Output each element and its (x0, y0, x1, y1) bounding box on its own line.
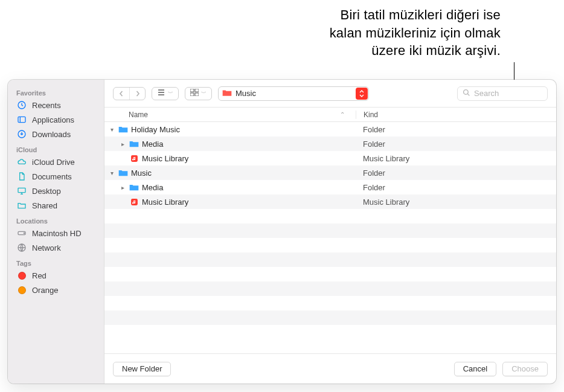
desktop-icon (16, 185, 27, 196)
column-header-label: Kind (364, 111, 378, 119)
nav-back-forward[interactable] (113, 87, 146, 100)
sort-caret-icon: ⌃ (340, 111, 345, 118)
column-header-kind[interactable]: Kind (356, 111, 556, 119)
svg-rect-1 (18, 117, 25, 122)
svg-point-12 (464, 89, 469, 94)
sidebar-item-label: Documents (32, 172, 72, 181)
folder-icon (129, 182, 139, 192)
table-row-empty (104, 252, 556, 267)
folder-icon (222, 88, 232, 99)
search-icon (463, 89, 470, 98)
table-row[interactable]: Music LibraryMusic Library (104, 151, 556, 165)
file-list: ▾Holiday MusicFolder▸MediaFolderMusic Li… (104, 122, 556, 353)
view-list-button[interactable]: ﹀ (152, 87, 179, 100)
sidebar-item-label: Macintosh HD (32, 229, 82, 238)
path-label: Music (236, 89, 256, 98)
sidebar-item-macintosh-hd[interactable]: Macintosh HD (8, 226, 104, 240)
file-kind: Music Library (356, 198, 556, 207)
annotation-line: üzere iki müzik arşivi. (330, 42, 501, 60)
svg-rect-10 (190, 93, 194, 96)
cancel-button[interactable]: Cancel (454, 362, 496, 376)
file-kind: Music Library (356, 154, 556, 163)
sidebar-item-label: Desktop (32, 187, 61, 196)
chevron-down-icon: ﹀ (168, 89, 173, 97)
file-kind: Folder (356, 140, 556, 149)
cloud-icon (16, 156, 27, 167)
column-headers: Name ⌃ Kind (104, 108, 556, 122)
file-name: Media (142, 183, 163, 192)
disclosure-triangle-icon[interactable]: ▸ (119, 184, 126, 191)
sidebar-item-label: Network (32, 243, 61, 252)
clock-icon (16, 100, 27, 111)
disk-icon (16, 228, 27, 239)
shared-folder-icon (16, 200, 27, 211)
back-button[interactable] (114, 88, 129, 100)
search-field[interactable]: Search (457, 86, 548, 101)
globe-icon (16, 242, 27, 253)
file-name: Holiday Music (131, 125, 180, 134)
file-kind: Folder (356, 125, 556, 134)
forward-button[interactable] (129, 88, 145, 100)
sidebar-item-network[interactable]: Network (8, 240, 104, 255)
svg-rect-9 (195, 89, 199, 92)
column-header-label: Name (129, 111, 148, 119)
table-row[interactable]: ▸MediaFolder (104, 137, 556, 151)
file-kind: Folder (356, 169, 556, 178)
sidebar-item-recents[interactable]: Recents (8, 98, 104, 112)
column-header-name[interactable]: Name ⌃ (104, 111, 356, 119)
sidebar-item-label: Recents (32, 101, 61, 110)
sidebar-item-desktop[interactable]: Desktop (8, 184, 104, 198)
sidebar-item-documents[interactable]: Documents (8, 169, 104, 184)
svg-point-5 (24, 233, 24, 233)
file-name: Music Library (142, 198, 188, 207)
table-row-empty (104, 238, 556, 252)
table-row-empty (104, 296, 556, 310)
disclosure-triangle-icon[interactable]: ▸ (119, 141, 126, 147)
table-row[interactable]: ▾MusicFolder (104, 165, 556, 180)
grid-icon (190, 89, 199, 98)
sidebar-item-shared[interactable]: Shared (8, 198, 104, 213)
sidebar-item-icloud-drive[interactable]: iCloud Drive (8, 155, 104, 169)
tag-red-icon (16, 270, 27, 281)
annotation-line: kalan müzikleriniz için olmak (330, 24, 501, 42)
sidebar-section-icloud: iCloud (8, 141, 104, 155)
svg-rect-14 (131, 199, 138, 205)
download-icon (16, 129, 27, 140)
sidebar-item-label: Red (32, 271, 46, 280)
sidebar-item-applications[interactable]: Applications (8, 112, 104, 127)
music-library-icon (129, 153, 139, 163)
toolbar: ﹀ ﹀ Music Search (104, 80, 556, 108)
sidebar-item-label: Applications (32, 115, 74, 124)
main-pane: ﹀ ﹀ Music Search (104, 80, 556, 384)
svg-rect-8 (190, 89, 194, 92)
table-row-empty (104, 209, 556, 223)
new-folder-button[interactable]: New Folder (113, 362, 171, 376)
svg-rect-3 (18, 188, 25, 192)
svg-rect-11 (195, 93, 199, 96)
disclosure-triangle-icon[interactable]: ▾ (108, 170, 115, 176)
file-kind: Folder (356, 183, 556, 192)
sidebar-item-tag-red[interactable]: Red (8, 268, 104, 283)
table-row-empty (104, 223, 556, 238)
popup-arrows-icon (356, 88, 368, 100)
folder-icon (118, 124, 129, 134)
sidebar-item-label: Shared (32, 201, 57, 210)
sidebar-item-downloads[interactable]: Downloads (8, 127, 104, 141)
document-icon (16, 171, 27, 182)
table-row[interactable]: ▸MediaFolder (104, 180, 556, 194)
sidebar: Favorites Recents Applications Downloads… (8, 80, 104, 384)
file-name: Media (142, 140, 163, 149)
music-library-icon (129, 197, 139, 207)
dialog-footer: New Folder Cancel Choose (104, 353, 556, 384)
view-group-button[interactable]: ﹀ (185, 87, 212, 100)
help-annotation: Biri tatil müzikleri diğeri ise kalan mü… (330, 6, 501, 60)
choose-button[interactable]: Choose (502, 362, 548, 376)
sidebar-item-label: Downloads (32, 130, 71, 139)
path-popup[interactable]: Music (218, 86, 369, 101)
list-icon (157, 89, 165, 98)
disclosure-triangle-icon[interactable]: ▾ (108, 126, 115, 133)
table-row[interactable]: ▾Holiday MusicFolder (104, 122, 556, 137)
file-name: Music Library (142, 154, 188, 163)
sidebar-item-tag-orange[interactable]: Orange (8, 283, 104, 297)
table-row[interactable]: Music LibraryMusic Library (104, 194, 556, 209)
